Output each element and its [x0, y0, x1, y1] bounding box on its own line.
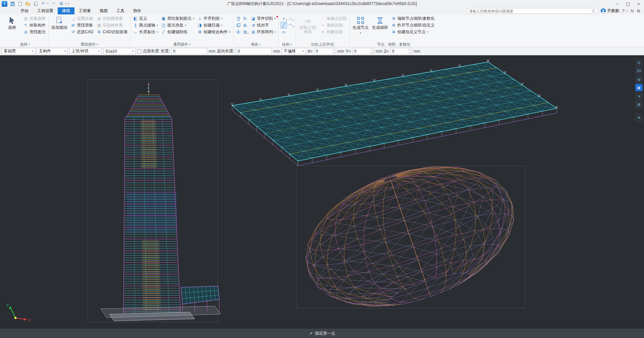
batch-recognize-button[interactable]: ≋ 批量识别 [320, 29, 348, 35]
undo-icon[interactable]: ↶ [41, 1, 46, 6]
chord-type-select[interactable]: 上弦/外弦▾ [69, 48, 102, 54]
group-label-sheet[interactable]: 图纸操作▾ [50, 42, 128, 47]
redo-icon[interactable]: ↷ [51, 1, 56, 6]
generate-node-button[interactable]: 生成节点 ▾ [352, 15, 370, 35]
3d-viewport[interactable]: ◎ 2D ▤ ▦ ⇲ ▥ ≣ Y X [0, 55, 644, 329]
length-annotation-button[interactable]: ↔ 长度标注▾ [132, 29, 159, 35]
viewport-canvas[interactable] [0, 55, 644, 329]
table-view-icon[interactable]: ▥ [635, 101, 643, 108]
cad-recognize-options-button[interactable]: ≣ CAD识别选项 [96, 29, 128, 35]
length-input[interactable] [172, 48, 207, 54]
layout-caret-icon[interactable]: ▾ [65, 2, 67, 5]
x-input[interactable] [315, 48, 332, 54]
explode-node-detail-button[interactable]: ⊛ 炸开节点细部/自定义 [390, 22, 436, 29]
x-spinner[interactable]: ▴▾ [332, 48, 335, 54]
tab-modeling[interactable]: 建模 [58, 7, 74, 14]
2d-view-icon[interactable]: 2D [635, 67, 643, 74]
group-label-select[interactable]: 选择▾ [3, 42, 47, 47]
copy-icon[interactable] [33, 1, 38, 6]
generate-detail-button[interactable]: 生成细部 [371, 15, 389, 30]
tab-view[interactable]: 视图 [95, 7, 112, 14]
rotate-button[interactable]: ↻ [242, 15, 249, 22]
move-button[interactable] [235, 29, 242, 35]
batch-select-button[interactable]: ▧ 批量选择 [22, 15, 47, 22]
set-scale-button[interactable]: ◿ 设置比例 [70, 15, 94, 22]
model-view-icon[interactable]: ▦ [635, 84, 643, 91]
z-input[interactable] [391, 48, 409, 54]
create-aux-line-button[interactable]: ╱ 创建辅助线 [160, 29, 195, 35]
refresh-icon[interactable]: ↻ [631, 9, 634, 13]
create-composite-component-button[interactable]: ⊞ 创建组合构件▾ [197, 29, 231, 35]
z-field[interactable]: ▴▾ [390, 48, 412, 54]
find-replace-button[interactable]: ⇄ 查找替换 [70, 22, 94, 29]
save-element-button[interactable]: ◫ 图元存盘▾ [160, 22, 195, 29]
part-cut-button[interactable]: ◪ 零件切割▾ [250, 15, 277, 22]
recognize-chord-button[interactable]: 识别上弦/外弦 [298, 15, 318, 34]
find-element-button[interactable]: ◎ 查找图元 [22, 29, 47, 35]
point-tool-button[interactable]: +▾ [280, 15, 287, 22]
y-field[interactable]: ▴▾ [353, 48, 374, 54]
y-input[interactable] [353, 48, 371, 54]
tab-quantity[interactable]: 工程量 [74, 7, 95, 14]
define-button[interactable]: ◧ 定义 [132, 15, 159, 22]
circle-tool-button[interactable]: ○▾ [287, 15, 294, 22]
drawing-view-icon[interactable]: ▤ [635, 75, 643, 83]
add-drawing-button[interactable]: 添加图纸 [50, 15, 68, 30]
coordinate-point-recognize-button[interactable]: ∴ 坐标点识别 [320, 15, 348, 22]
offset-mode-select[interactable]: 不偏移▾ [282, 48, 306, 54]
tab-project-settings[interactable]: 工程设置 [33, 7, 58, 14]
undo-caret-icon[interactable]: ▾ [47, 2, 49, 5]
component-name-select[interactable]: S1a10▾ [103, 48, 136, 54]
create-custom-node-button[interactable]: ⊕ 创建自定义节点▾ [390, 29, 436, 35]
toolbar-more-icon[interactable]: ▾ [68, 2, 69, 5]
tab-collaboration[interactable]: 协作 [129, 7, 146, 14]
restore-cad-button[interactable]: ↺ 还原CAD [70, 29, 94, 35]
help-icon[interactable]: ? [622, 9, 625, 13]
user-account[interactable]: 齐鹏鹏 [601, 8, 619, 14]
window-layout-icon[interactable]: ⊞ [59, 1, 64, 6]
help-caret-icon[interactable]: ▾ [627, 10, 628, 12]
array-button[interactable]: ⊞▾ [242, 29, 249, 35]
floor-select[interactable]: 基础层▾ [2, 48, 35, 54]
arc-tool-button[interactable]: ◠▾ [287, 22, 294, 29]
copy-element-button[interactable] [235, 22, 242, 29]
orbit-view-icon[interactable]: ◎ [635, 59, 643, 66]
tab-tools[interactable]: 工具 [112, 7, 129, 14]
create-attribution-button[interactable]: ◨ 创建归属▾ [197, 22, 231, 29]
fit-view-icon[interactable]: ⇲ [635, 92, 643, 100]
select-line-recognize-button[interactable]: ≈ 选线识别 [320, 22, 348, 29]
length-field[interactable] [171, 48, 207, 54]
notes-icon[interactable]: ≣ [635, 114, 643, 121]
line-tool-button[interactable]: ╱ [280, 22, 287, 29]
recognize-floor-table-button[interactable]: ▤ 识别楼层表 [96, 15, 128, 22]
reverse-length-field[interactable] [236, 48, 272, 54]
recognize-component-table-button[interactable]: ▦ 识别构件表 [96, 22, 128, 29]
align-to-surface-button[interactable]: ⊥ 平齐到面▾ [197, 15, 231, 22]
x-field[interactable]: ▴▾ [314, 48, 336, 54]
z-spinner[interactable]: ▴▾ [409, 48, 412, 54]
maximize-button[interactable]: ▢ [623, 0, 633, 7]
line-align-button[interactable]: ⇉ 线对齐 [250, 22, 277, 29]
group-label-modify[interactable]: 修改▾ [235, 42, 277, 47]
mirror-button[interactable] [242, 22, 249, 29]
component-type-select[interactable]: 主构件▾ [37, 48, 68, 54]
point-add-length-checkbox[interactable] [137, 49, 141, 53]
copy-between-floors-button[interactable]: ▣ 层间复制图元▾ [160, 15, 195, 22]
group-label-draw[interactable]: 绘制▾ [280, 42, 294, 47]
open-file-icon[interactable] [25, 1, 31, 6]
group-label-general[interactable]: 通用操作▾ [132, 42, 231, 47]
minimize-button[interactable]: – [612, 0, 623, 7]
save-icon[interactable] [10, 1, 15, 6]
tab-start[interactable]: 开始 [16, 7, 33, 14]
new-file-icon[interactable] [17, 1, 23, 6]
rectangle-tool-button[interactable]: ▭ [280, 29, 287, 35]
ring-array-button[interactable]: ◍ 环形阵列▾ [250, 29, 277, 35]
two-point-aux-axis-button[interactable]: ∥ 两点辅轴▾ [132, 22, 159, 29]
y-spinner[interactable]: ▴▾ [370, 48, 373, 54]
search-input[interactable] [469, 9, 592, 13]
edit-node-detail-button[interactable]: ⊚ 编辑节点细部/参数化 [390, 15, 436, 22]
close-button[interactable]: × [633, 0, 644, 7]
pick-component-button[interactable]: ↖ 拾取构件 [22, 22, 47, 29]
news-icon[interactable]: N [637, 9, 640, 13]
select-button[interactable]: 选择 [3, 15, 21, 30]
